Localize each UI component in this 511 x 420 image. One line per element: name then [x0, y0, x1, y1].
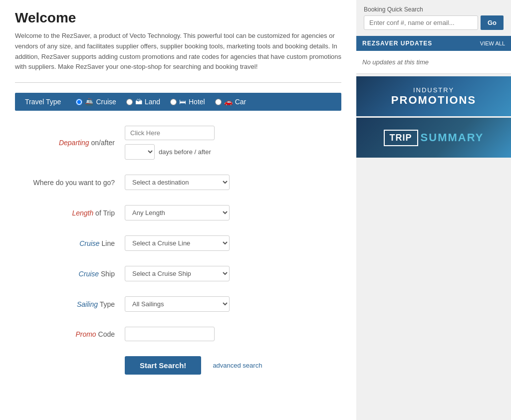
travel-type-land-option[interactable]: 🏔 Land	[126, 98, 160, 106]
sailing-type-controls: All Sailings	[125, 296, 230, 312]
booking-search-box: Booking Quick Search Go	[356, 0, 511, 36]
trip-summary-banner[interactable]: TRIP SUMMARY	[356, 118, 511, 158]
days-text: days before / after	[159, 148, 211, 156]
days-before-after-select[interactable]: 1 2 3 5 7 10 14	[125, 144, 155, 160]
cruise-line-label: Cruise Line	[25, 239, 125, 247]
travel-type-cruise-radio[interactable]	[76, 99, 82, 105]
booking-search-input[interactable]	[364, 15, 478, 30]
industry-promotions-banner[interactable]: INDUSTRY PROMOTIONS	[356, 76, 511, 116]
land-label: Land	[145, 98, 160, 106]
car-label: Car	[235, 98, 247, 106]
length-row: Length of Trip Any Length	[25, 205, 341, 220]
updates-bar: REZSAVER UPDATES VIEW ALL	[356, 36, 511, 51]
hotel-icon: 🛏	[179, 98, 186, 106]
cruise-line-row: Cruise Line Select a Cruise Line	[25, 235, 341, 251]
industry-promo-text: INDUSTRY PROMOTIONS	[391, 86, 476, 107]
industry-promo-line1: INDUSTRY	[391, 86, 476, 94]
destination-select[interactable]: Select a destination	[125, 175, 230, 190]
days-row: 1 2 3 5 7 10 14 days before / after	[125, 144, 215, 160]
destination-controls: Select a destination	[125, 175, 230, 190]
advanced-search-link[interactable]: advanced search	[213, 362, 262, 369]
departing-label: Departing on/after	[25, 139, 125, 147]
departing-controls: 1 2 3 5 7 10 14 days before / after	[125, 126, 215, 160]
cruise-line-select[interactable]: Select a Cruise Line	[125, 235, 230, 251]
trip-summary-text: TRIP SUMMARY	[384, 130, 484, 146]
search-form: Departing on/after 1 2 3 5 7 10 14	[15, 126, 341, 375]
summary-label: SUMMARY	[421, 131, 484, 144]
no-updates-message: No updates at this time	[356, 51, 511, 74]
travel-type-hotel-radio[interactable]	[170, 99, 177, 105]
industry-promo-line2: PROMOTIONS	[391, 94, 476, 107]
main-content: Welcome Welcome to the RezSaver, a produ…	[0, 0, 356, 420]
promo-code-label: Promo Code	[25, 330, 125, 338]
travel-type-hotel-option[interactable]: 🛏 Hotel	[170, 98, 205, 106]
view-all-link[interactable]: VIEW ALL	[480, 40, 505, 46]
departing-date-input[interactable]	[125, 126, 215, 140]
cruise-ship-select[interactable]: Select a Cruise Ship	[125, 266, 230, 281]
travel-type-land-radio[interactable]	[126, 99, 133, 105]
cruise-ship-row: Cruise Ship Select a Cruise Ship	[25, 266, 341, 281]
page-title: Welcome	[15, 10, 341, 26]
welcome-description: Welcome to the RezSaver, a product of Ve…	[15, 31, 341, 72]
booking-search-label: Booking Quick Search	[364, 6, 504, 13]
promo-code-controls	[125, 327, 215, 341]
travel-type-bar: Travel Type 🚢 Cruise 🏔 Land 🛏 Hotel 🚗 Ca…	[15, 93, 341, 111]
promo-code-row: Promo Code	[25, 327, 341, 341]
sidebar: Booking Quick Search Go REZSAVER UPDATES…	[356, 0, 511, 420]
travel-type-car-option[interactable]: 🚗 Car	[215, 98, 247, 106]
updates-title: REZSAVER UPDATES	[362, 40, 432, 47]
trip-label: TRIP	[384, 130, 418, 146]
booking-go-button[interactable]: Go	[481, 15, 504, 30]
cruise-ship-label: Cruise Ship	[25, 270, 125, 278]
destination-label: Where do you want to go?	[25, 179, 125, 187]
travel-type-car-radio[interactable]	[215, 99, 222, 105]
length-select[interactable]: Any Length	[125, 205, 230, 220]
cruise-label: Cruise	[96, 98, 116, 106]
car-icon: 🚗	[224, 98, 233, 106]
travel-type-label: Travel Type	[25, 98, 61, 106]
search-buttons-row: Start Search! advanced search	[25, 356, 341, 375]
cruise-line-controls: Select a Cruise Line	[125, 235, 230, 251]
departing-row: Departing on/after 1 2 3 5 7 10 14	[25, 126, 341, 160]
travel-type-cruise-option[interactable]: 🚢 Cruise	[76, 98, 116, 106]
sailing-type-row: Sailing Type All Sailings	[25, 296, 341, 312]
cruise-icon: 🚢	[85, 98, 93, 106]
divider	[15, 82, 341, 83]
length-controls: Any Length	[125, 205, 230, 220]
cruise-ship-controls: Select a Cruise Ship	[125, 266, 230, 281]
hotel-label: Hotel	[189, 98, 205, 106]
booking-search-row: Go	[364, 15, 504, 30]
sailing-type-select[interactable]: All Sailings	[125, 296, 230, 312]
search-actions: Start Search! advanced search	[125, 356, 262, 375]
start-search-button[interactable]: Start Search!	[125, 356, 201, 375]
land-icon: 🏔	[135, 98, 142, 106]
destination-row: Where do you want to go? Select a destin…	[25, 175, 341, 190]
promo-code-input[interactable]	[125, 327, 215, 341]
length-label: Length of Trip	[25, 209, 125, 217]
sailing-type-label: Sailing Type	[25, 300, 125, 308]
